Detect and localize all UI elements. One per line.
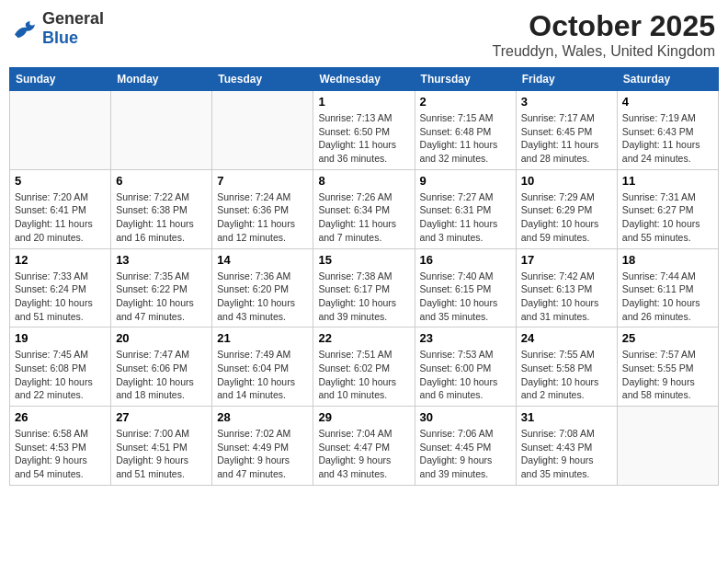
cell-day-number: 12: [15, 253, 106, 267]
cell-day-number: 26: [15, 410, 106, 424]
calendar-cell: [212, 91, 313, 170]
day-header-saturday: Saturday: [617, 68, 718, 91]
cell-day-number: 15: [318, 253, 409, 267]
cell-day-number: 28: [217, 410, 308, 424]
calendar-cell: 15Sunrise: 7:38 AM Sunset: 6:17 PM Dayli…: [313, 248, 415, 327]
title-area: October 2025 Treuddyn, Wales, United Kin…: [493, 9, 715, 60]
month-title: October 2025: [493, 9, 715, 43]
calendar-week-row: 1Sunrise: 7:13 AM Sunset: 6:50 PM Daylig…: [10, 91, 719, 170]
cell-info: Sunrise: 7:57 AM Sunset: 5:55 PM Dayligh…: [622, 348, 713, 402]
cell-day-number: 21: [217, 331, 308, 345]
calendar-cell: 1Sunrise: 7:13 AM Sunset: 6:50 PM Daylig…: [313, 91, 415, 170]
calendar-cell: 8Sunrise: 7:26 AM Sunset: 6:34 PM Daylig…: [313, 169, 415, 248]
cell-day-number: 25: [622, 331, 713, 345]
cell-day-number: 14: [217, 253, 308, 267]
calendar-week-row: 26Sunrise: 6:58 AM Sunset: 4:53 PM Dayli…: [10, 407, 719, 486]
calendar-header-row: SundayMondayTuesdayWednesdayThursdayFrid…: [10, 68, 719, 91]
cell-day-number: 30: [420, 410, 511, 424]
cell-info: Sunrise: 7:49 AM Sunset: 6:04 PM Dayligh…: [217, 348, 308, 402]
cell-info: Sunrise: 7:38 AM Sunset: 6:17 PM Dayligh…: [318, 270, 409, 324]
cell-info: Sunrise: 7:45 AM Sunset: 6:08 PM Dayligh…: [15, 348, 106, 402]
cell-day-number: 8: [318, 174, 409, 188]
cell-day-number: 19: [15, 331, 106, 345]
calendar-cell: 26Sunrise: 6:58 AM Sunset: 4:53 PM Dayli…: [10, 407, 111, 486]
cell-info: Sunrise: 7:47 AM Sunset: 6:06 PM Dayligh…: [116, 348, 207, 402]
cell-info: Sunrise: 7:08 AM Sunset: 4:43 PM Dayligh…: [521, 427, 612, 481]
calendar-cell: 27Sunrise: 7:00 AM Sunset: 4:51 PM Dayli…: [111, 407, 212, 486]
calendar-cell: 14Sunrise: 7:36 AM Sunset: 6:20 PM Dayli…: [212, 248, 313, 327]
day-header-tuesday: Tuesday: [212, 68, 313, 91]
cell-day-number: 2: [420, 95, 511, 109]
cell-info: Sunrise: 7:15 AM Sunset: 6:48 PM Dayligh…: [420, 111, 511, 166]
calendar: SundayMondayTuesdayWednesdayThursdayFrid…: [9, 67, 719, 486]
cell-day-number: 18: [622, 253, 713, 267]
calendar-cell: 6Sunrise: 7:22 AM Sunset: 6:38 PM Daylig…: [111, 169, 212, 248]
calendar-cell: 16Sunrise: 7:40 AM Sunset: 6:15 PM Dayli…: [415, 248, 516, 327]
cell-info: Sunrise: 7:51 AM Sunset: 6:02 PM Dayligh…: [318, 348, 409, 402]
calendar-cell: 24Sunrise: 7:55 AM Sunset: 5:58 PM Dayli…: [516, 327, 617, 407]
calendar-cell: 31Sunrise: 7:08 AM Sunset: 4:43 PM Dayli…: [516, 407, 617, 486]
calendar-cell: 29Sunrise: 7:04 AM Sunset: 4:47 PM Dayli…: [313, 407, 415, 486]
cell-info: Sunrise: 7:00 AM Sunset: 4:51 PM Dayligh…: [116, 427, 207, 481]
calendar-cell: 12Sunrise: 7:33 AM Sunset: 6:24 PM Dayli…: [10, 248, 111, 327]
cell-info: Sunrise: 7:26 AM Sunset: 6:34 PM Dayligh…: [318, 190, 409, 245]
calendar-cell: 10Sunrise: 7:29 AM Sunset: 6:29 PM Dayli…: [516, 169, 617, 248]
calendar-cell: 5Sunrise: 7:20 AM Sunset: 6:41 PM Daylig…: [10, 169, 111, 248]
cell-day-number: 17: [521, 253, 612, 267]
calendar-week-row: 12Sunrise: 7:33 AM Sunset: 6:24 PM Dayli…: [10, 248, 719, 327]
day-header-thursday: Thursday: [415, 68, 516, 91]
cell-info: Sunrise: 7:17 AM Sunset: 6:45 PM Dayligh…: [521, 111, 612, 166]
cell-info: Sunrise: 7:44 AM Sunset: 6:11 PM Dayligh…: [622, 270, 713, 324]
logo-icon: [13, 17, 39, 40]
calendar-cell: [10, 91, 111, 170]
calendar-cell: 18Sunrise: 7:44 AM Sunset: 6:11 PM Dayli…: [617, 248, 718, 327]
calendar-cell: 23Sunrise: 7:53 AM Sunset: 6:00 PM Dayli…: [415, 327, 516, 407]
cell-day-number: 7: [217, 174, 308, 188]
cell-info: Sunrise: 7:19 AM Sunset: 6:43 PM Dayligh…: [622, 111, 713, 166]
cell-info: Sunrise: 7:42 AM Sunset: 6:13 PM Dayligh…: [521, 270, 612, 324]
calendar-cell: 7Sunrise: 7:24 AM Sunset: 6:36 PM Daylig…: [212, 169, 313, 248]
cell-info: Sunrise: 7:35 AM Sunset: 6:22 PM Dayligh…: [116, 270, 207, 324]
cell-info: Sunrise: 7:53 AM Sunset: 6:00 PM Dayligh…: [420, 348, 511, 402]
cell-day-number: 29: [318, 410, 409, 424]
calendar-cell: 20Sunrise: 7:47 AM Sunset: 6:06 PM Dayli…: [111, 327, 212, 407]
cell-day-number: 11: [622, 174, 713, 188]
calendar-cell: [111, 91, 212, 170]
calendar-cell: 22Sunrise: 7:51 AM Sunset: 6:02 PM Dayli…: [313, 327, 415, 407]
cell-info: Sunrise: 7:27 AM Sunset: 6:31 PM Dayligh…: [420, 190, 511, 245]
calendar-cell: 9Sunrise: 7:27 AM Sunset: 6:31 PM Daylig…: [415, 169, 516, 248]
cell-day-number: 6: [116, 174, 207, 188]
day-header-wednesday: Wednesday: [313, 68, 415, 91]
logo-blue: Blue: [42, 29, 78, 47]
calendar-cell: 13Sunrise: 7:35 AM Sunset: 6:22 PM Dayli…: [111, 248, 212, 327]
cell-day-number: 23: [420, 331, 511, 345]
cell-info: Sunrise: 7:55 AM Sunset: 5:58 PM Dayligh…: [521, 348, 612, 402]
cell-info: Sunrise: 7:36 AM Sunset: 6:20 PM Dayligh…: [217, 270, 308, 324]
cell-day-number: 27: [116, 410, 207, 424]
calendar-cell: 4Sunrise: 7:19 AM Sunset: 6:43 PM Daylig…: [617, 91, 718, 170]
logo: General Blue: [13, 9, 104, 48]
cell-info: Sunrise: 7:24 AM Sunset: 6:36 PM Dayligh…: [217, 190, 308, 245]
cell-day-number: 9: [420, 174, 511, 188]
calendar-cell: 30Sunrise: 7:06 AM Sunset: 4:45 PM Dayli…: [415, 407, 516, 486]
calendar-cell: 19Sunrise: 7:45 AM Sunset: 6:08 PM Dayli…: [10, 327, 111, 407]
calendar-cell: 11Sunrise: 7:31 AM Sunset: 6:27 PM Dayli…: [617, 169, 718, 248]
cell-day-number: 10: [521, 174, 612, 188]
day-header-monday: Monday: [111, 68, 212, 91]
calendar-cell: 3Sunrise: 7:17 AM Sunset: 6:45 PM Daylig…: [516, 91, 617, 170]
cell-day-number: 16: [420, 253, 511, 267]
calendar-week-row: 19Sunrise: 7:45 AM Sunset: 6:08 PM Dayli…: [10, 327, 719, 407]
calendar-cell: 21Sunrise: 7:49 AM Sunset: 6:04 PM Dayli…: [212, 327, 313, 407]
cell-info: Sunrise: 7:02 AM Sunset: 4:49 PM Dayligh…: [217, 427, 308, 481]
cell-day-number: 31: [521, 410, 612, 424]
cell-info: Sunrise: 7:20 AM Sunset: 6:41 PM Dayligh…: [15, 190, 106, 245]
header: General Blue October 2025 Treuddyn, Wale…: [9, 9, 719, 60]
cell-info: Sunrise: 7:04 AM Sunset: 4:47 PM Dayligh…: [318, 427, 409, 481]
logo-general: General: [42, 9, 104, 28]
cell-info: Sunrise: 7:40 AM Sunset: 6:15 PM Dayligh…: [420, 270, 511, 324]
cell-info: Sunrise: 7:29 AM Sunset: 6:29 PM Dayligh…: [521, 190, 612, 245]
cell-info: Sunrise: 7:06 AM Sunset: 4:45 PM Dayligh…: [420, 427, 511, 481]
cell-day-number: 3: [521, 95, 612, 109]
calendar-cell: 28Sunrise: 7:02 AM Sunset: 4:49 PM Dayli…: [212, 407, 313, 486]
calendar-cell: 25Sunrise: 7:57 AM Sunset: 5:55 PM Dayli…: [617, 327, 718, 407]
